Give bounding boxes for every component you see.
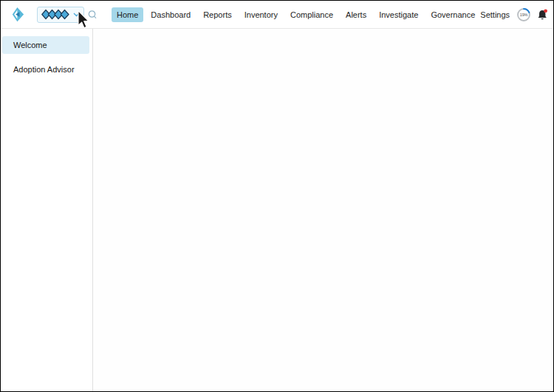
search-icon[interactable] [88, 10, 97, 19]
notifications-bell-icon[interactable] [537, 9, 548, 21]
brand-logo-icon [9, 6, 24, 23]
account-selector[interactable] [37, 7, 84, 23]
sidebar: Welcome Adoption Advisor [1, 29, 93, 391]
tab-dashboard[interactable]: Dashboard [146, 7, 196, 22]
topbar: Home Dashboard Reports Inventory Complia… [1, 1, 553, 29]
main-nav: Home Dashboard Reports Inventory Complia… [112, 7, 480, 22]
tab-reports[interactable]: Reports [198, 7, 237, 22]
tab-investigate[interactable]: Investigate [374, 7, 423, 22]
app-window: Home Dashboard Reports Inventory Complia… [0, 0, 554, 392]
progress-ring-value: 19% [516, 7, 531, 22]
settings-menu[interactable]: Settings [480, 10, 510, 19]
main-content-empty [93, 29, 553, 391]
chevron-down-icon [73, 13, 80, 17]
sidebar-item-welcome[interactable]: Welcome [2, 36, 89, 54]
topbar-right-cluster: Settings 19% [480, 7, 554, 22]
masked-account-diamonds-icon [41, 9, 69, 20]
tab-alerts[interactable]: Alerts [341, 7, 372, 22]
page-body: Welcome Adoption Advisor [1, 29, 553, 391]
sidebar-item-adoption-advisor[interactable]: Adoption Advisor [2, 61, 89, 78]
progress-ring-badge[interactable]: 19% [516, 7, 531, 22]
tab-compliance[interactable]: Compliance [285, 7, 338, 22]
tab-inventory[interactable]: Inventory [239, 7, 283, 22]
tab-governance[interactable]: Governance [425, 7, 480, 22]
tab-home[interactable]: Home [112, 7, 143, 22]
